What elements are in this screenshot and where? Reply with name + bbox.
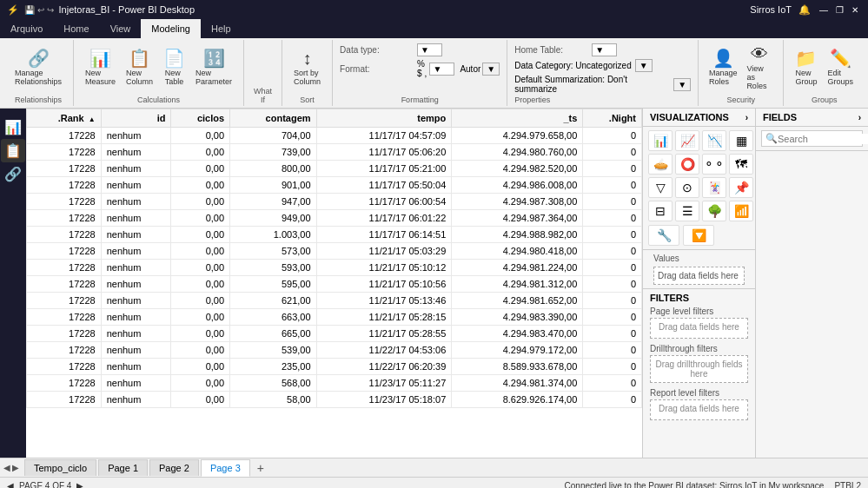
col-rank[interactable]: .Rank ▲: [27, 109, 102, 128]
relationships-icon: 🔗: [28, 49, 50, 67]
table-wrapper[interactable]: .Rank ▲ id ciclos contagem tempo _ts .Ni…: [26, 109, 642, 458]
page-nav-left[interactable]: ◀: [7, 481, 14, 488]
col-id[interactable]: id: [101, 109, 171, 128]
col-contagem[interactable]: contagem: [230, 109, 316, 128]
table-cell: 0,00: [171, 326, 230, 342]
viz-bar-chart[interactable]: 📊: [648, 130, 673, 151]
table-cell: nenhum: [101, 144, 171, 161]
table-header-row: .Rank ▲ id ciclos contagem tempo _ts .Ni…: [27, 109, 642, 128]
viz-gauge[interactable]: ⊙: [675, 177, 699, 198]
col-night[interactable]: .Night: [583, 109, 642, 128]
ribbon-group-relationships: 🔗 ManageRelationships Relationships: [3, 40, 74, 106]
manage-relationships-button[interactable]: 🔗 ManageRelationships: [10, 47, 66, 89]
tab-page3[interactable]: Page 3: [201, 459, 250, 477]
values-section: Values Drag data fields here: [643, 250, 755, 288]
tab-view[interactable]: View: [100, 19, 142, 38]
format-dropdown[interactable]: ▼: [429, 63, 454, 76]
viz-filter-icon[interactable]: 🔽: [683, 225, 714, 246]
viz-slicer[interactable]: ☰: [675, 201, 699, 221]
left-sidebar: 📊 📋 🔗: [0, 109, 26, 458]
table-row: 17228nenhum0,001.003,0011/17/17 06:14:51…: [27, 227, 642, 243]
report-level-drop-zone[interactable]: Drag data fields here: [650, 399, 748, 420]
viz-matrix[interactable]: ⊟: [648, 201, 673, 221]
visualizations-header[interactable]: VISUALIZATIONS ›: [643, 109, 756, 126]
table-cell: nenhum: [101, 210, 171, 227]
format-row: Format: % $ , ▼ Autor ▼: [340, 59, 500, 78]
model-view-icon[interactable]: 🔗: [1, 162, 25, 186]
default-summarization-row: Default Summarization: Don't summarize ▼: [514, 75, 691, 94]
tab-right-arrow[interactable]: ▶: [12, 463, 19, 472]
table-cell: 17228: [27, 375, 102, 392]
relationships-label: Relationships: [15, 94, 62, 104]
table-cell: 11/21/17 05:10:12: [316, 260, 452, 276]
viz-pie-chart[interactable]: 🥧: [648, 154, 673, 175]
autor-dropdown[interactable]: ▼: [482, 63, 500, 76]
report-view-icon[interactable]: 📊: [1, 115, 25, 139]
manage-roles-button[interactable]: 👤 ManageRoles: [706, 47, 740, 89]
table-cell: 0,00: [171, 227, 230, 243]
tab-left-arrow[interactable]: ◀: [3, 463, 10, 472]
summarization-dropdown[interactable]: ▼: [673, 78, 691, 91]
filters-section: FILTERS Page level filters Drag data fie…: [643, 288, 755, 429]
new-group-button[interactable]: 📁 NewGroup: [791, 47, 821, 89]
viz-card[interactable]: 🃏: [702, 177, 726, 198]
minimize-button[interactable]: —: [818, 3, 830, 16]
viz-funnel[interactable]: ▽: [648, 177, 673, 198]
view-as-roles-button[interactable]: 👁 View asRoles: [742, 43, 776, 93]
viz-fields-split: 📊 📈 📉 ▦ ▤ 🥧 ⭕ ⚬⚬ 🗺 🌍 ▽ ⊙ 🃏 📌: [643, 127, 868, 458]
edit-groups-icon: ✏️: [830, 49, 851, 67]
values-drop-zone[interactable]: Drag data fields here: [653, 267, 745, 285]
table-cell: 11/21/17 05:03:29: [316, 243, 452, 260]
tab-page2[interactable]: Page 2: [149, 459, 199, 476]
data-category-dropdown[interactable]: ▼: [635, 59, 653, 72]
col-tempo[interactable]: tempo: [316, 109, 452, 128]
fields-panel: 🔍: [756, 127, 868, 458]
user-label: Sirros IoT: [750, 4, 792, 15]
tab-arquivo[interactable]: Arquivo: [0, 19, 53, 38]
table-cell: nenhum: [101, 260, 171, 276]
tab-page1[interactable]: Page 1: [98, 459, 148, 476]
tab-home[interactable]: Home: [53, 19, 99, 38]
tab-modeling[interactable]: Modeling: [141, 19, 201, 38]
table-cell: nenhum: [101, 326, 171, 342]
edit-groups-button[interactable]: ✏️ EditGroups: [823, 47, 858, 89]
viz-kpi[interactable]: 📌: [729, 177, 753, 198]
data-type-dropdown[interactable]: ▼: [417, 43, 442, 56]
maximize-button[interactable]: ❐: [833, 3, 845, 16]
viz-donut-chart[interactable]: ⭕: [675, 154, 699, 175]
viz-scatter[interactable]: ⚬⚬: [702, 154, 726, 175]
viz-treemap[interactable]: 🌳: [702, 201, 726, 221]
table-cell: 11/21/17 05:10:56: [316, 276, 452, 293]
table-cell: 4.294.981.224,00: [452, 260, 583, 276]
tab-help[interactable]: Help: [201, 19, 242, 38]
search-input[interactable]: [778, 134, 868, 144]
table-cell: 0: [583, 359, 642, 375]
viz-waterfall[interactable]: 📶: [729, 201, 753, 221]
page-level-drop-zone[interactable]: Drag data fields here: [650, 318, 748, 339]
new-column-button[interactable]: 📋 NewColumn: [122, 47, 157, 89]
new-parameter-button[interactable]: 🔢 NewParameter: [191, 47, 236, 89]
col-ts[interactable]: _ts: [452, 109, 583, 128]
tab-tempo-ciclo[interactable]: Tempo_ciclo: [24, 459, 96, 476]
add-page-button[interactable]: +: [252, 459, 269, 477]
table-cell: 11/17/17 05:06:20: [316, 144, 452, 161]
data-view-icon[interactable]: 📋: [1, 139, 25, 162]
sort-by-column-button[interactable]: ↕ Sort byColumn: [289, 47, 325, 89]
new-table-button[interactable]: 📄 NewTable: [159, 47, 189, 89]
viz-stacked-bar[interactable]: ▦: [729, 130, 753, 151]
fields-header[interactable]: FIELDS ›: [756, 109, 868, 126]
table-cell: 11/17/17 06:14:51: [316, 227, 452, 243]
viz-map[interactable]: 🗺: [729, 154, 753, 175]
close-button[interactable]: ✕: [849, 3, 861, 16]
drillthrough-drop-zone[interactable]: Drag drillthrough fields here: [650, 355, 748, 383]
viz-line-chart[interactable]: 📈: [675, 130, 699, 151]
new-group-icon: 📁: [795, 49, 817, 67]
tab-nav-arrows[interactable]: ◀ ▶: [3, 463, 19, 472]
viz-custom-icon[interactable]: 🔧: [648, 225, 679, 246]
new-measure-button[interactable]: 📊 NewMeasure: [81, 47, 120, 89]
home-table-dropdown[interactable]: ▼: [592, 43, 617, 56]
col-ciclos[interactable]: ciclos: [171, 109, 230, 128]
window-controls[interactable]: — ❐ ✕: [818, 3, 861, 16]
viz-area-chart[interactable]: 📉: [702, 130, 726, 151]
page-nav-right[interactable]: ▶: [76, 481, 83, 488]
